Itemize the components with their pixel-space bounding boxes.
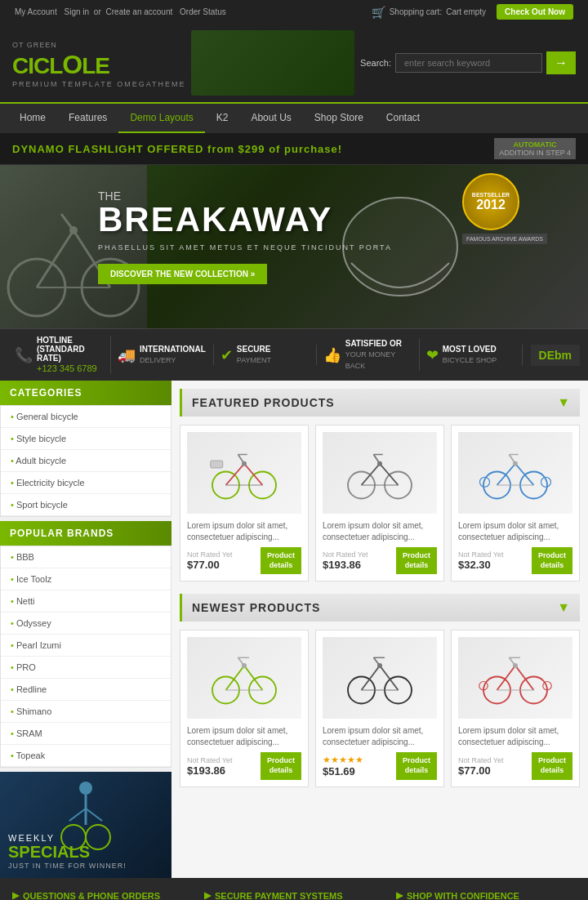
nav-item-features[interactable]: Features: [57, 104, 118, 133]
brand-odyssey[interactable]: Odyssey: [1, 613, 171, 634]
sidebar-item-odyssey[interactable]: Odyssey: [1, 613, 171, 635]
newest-product-1-image: [187, 637, 301, 719]
nav-item-demo[interactable]: Demo Layouts: [118, 104, 204, 133]
sidebar-item-redline[interactable]: Redline: [1, 679, 171, 701]
brand-sram[interactable]: SRAM: [1, 723, 171, 744]
bottom-info: QUESTIONS & PHONE ORDERS 63739 street lo…: [0, 878, 588, 900]
featured-product-2-bottom: Not Rated Yet $193.86 Product details: [323, 547, 437, 574]
search-input[interactable]: [395, 53, 542, 73]
brand-pearl-izumi[interactable]: Pearl Izumi: [1, 635, 171, 656]
satisfied-title: SATISFIED OR: [345, 339, 412, 348]
nav-item-shop[interactable]: Shop Store: [303, 104, 375, 133]
featured-product-2-price: $193.86: [323, 559, 368, 571]
nav-link-k2[interactable]: K2: [205, 104, 240, 131]
award-text: FAMOUS ARCHIVE AWARDS: [462, 234, 547, 244]
featured-product-2-left: Not Rated Yet $193.86: [323, 550, 368, 571]
sidebar-item-general-bicycle[interactable]: General bicycle: [1, 406, 171, 428]
nav-item-about[interactable]: About Us: [239, 104, 302, 133]
category-adult[interactable]: Adult bicycle: [1, 450, 171, 471]
signin-link[interactable]: Sign in: [64, 7, 89, 16]
category-style[interactable]: Style bicycle: [1, 428, 171, 449]
nav-link-demo[interactable]: Demo Layouts: [118, 104, 204, 131]
featured-product-3-price: $32.30: [458, 559, 504, 571]
nav-link-contact[interactable]: Contact: [375, 104, 431, 131]
nav-item-contact[interactable]: Contact: [375, 104, 431, 133]
delivery-detail: DELIVERY: [140, 356, 176, 364]
sidebar-promo[interactable]: WEEKLY SPECIALS JUST IN TIME FOR WINNER!: [0, 772, 172, 878]
featured-product-3-details-button[interactable]: Product details: [532, 547, 572, 574]
satisfied-icon: 👍: [323, 346, 341, 364]
order-status-link[interactable]: Order Status: [180, 7, 226, 16]
category-sport[interactable]: Sport bicycle: [1, 494, 171, 515]
brand-topeak[interactable]: Topeak: [1, 745, 171, 766]
newest-product-3-details-button[interactable]: Product details: [532, 752, 572, 779]
nav-link-about[interactable]: About Us: [239, 104, 302, 131]
svg-line-60: [515, 666, 534, 690]
brand-bbb[interactable]: BBB: [1, 546, 171, 568]
search-button[interactable]: →: [546, 51, 576, 74]
featured-product-2-details-button[interactable]: Product details: [396, 547, 437, 574]
featured-section-header: FEATURED PRODUCTS ▼: [180, 389, 580, 417]
feature-loved: ❤ MOST LOVED BICYCLE SHOP: [420, 345, 523, 365]
category-general[interactable]: General bicycle: [1, 406, 171, 427]
featured-product-1-details-button[interactable]: Product details: [261, 547, 301, 574]
logo-top: OT GREEN: [12, 41, 57, 49]
header: OT GREEN CICLOLE PREMIUM TEMPLATE OMEGAT…: [0, 24, 588, 102]
brand-netti[interactable]: Netti: [1, 590, 171, 612]
sidebar-item-netti[interactable]: Netti: [1, 590, 171, 613]
sidebar-item-shimano[interactable]: Shimano: [1, 701, 171, 723]
create-account-link[interactable]: Create an account: [106, 7, 173, 16]
nav-item-k2[interactable]: K2: [205, 104, 240, 133]
brand-ice-toolz[interactable]: Ice Toolz: [1, 568, 171, 590]
details-label-n1: details: [270, 766, 293, 774]
sidebar-item-ice-toolz[interactable]: Ice Toolz: [1, 568, 171, 590]
feature-delivery-text: INTERNATIONAL DELIVERY: [140, 345, 206, 365]
sidebar-item-bbb[interactable]: BBB: [1, 546, 171, 568]
logo[interactable]: OT GREEN CICLOLE PREMIUM TEMPLATE OMEGAT…: [12, 38, 186, 88]
search-bar: Search: →: [360, 51, 576, 74]
delivery-icon: 🚚: [118, 346, 136, 364]
payment-title: SECURE: [237, 345, 271, 354]
nav-item-home[interactable]: Home: [8, 104, 57, 133]
sidebar-item-adult-bicycle[interactable]: Adult bicycle: [1, 450, 171, 472]
category-electricity[interactable]: Electricity bicycle: [1, 472, 171, 493]
nav-link-features[interactable]: Features: [57, 104, 118, 131]
feature-hotline: 📞 HOTLINE (standard rate) +123 345 6789: [8, 336, 111, 374]
svg-point-38: [513, 461, 518, 466]
newest-product-3-desc: Lorem ipsum dolor sit amet, consectetuer…: [458, 725, 572, 748]
svg-line-26: [380, 464, 399, 485]
sidebar-item-electricity-bicycle[interactable]: Electricity bicycle: [1, 472, 171, 494]
svg-line-59: [497, 666, 516, 690]
sidebar-promo-cyclist: [53, 776, 118, 841]
sidebar-item-sram[interactable]: SRAM: [1, 723, 171, 745]
sidebar-item-pearl-izumi[interactable]: Pearl Izumi: [1, 635, 171, 657]
brand-shimano[interactable]: Shimano: [1, 701, 171, 722]
header-right: Search: →: [360, 51, 576, 74]
svg-line-52: [380, 666, 399, 690]
brand-redline[interactable]: Redline: [1, 679, 171, 700]
header-promo-image: [191, 30, 354, 96]
newest-product-1-bottom: Not Rated Yet $193.86 Product details: [187, 752, 301, 779]
brand-pro[interactable]: PRO: [1, 657, 171, 678]
svg-point-7: [343, 198, 457, 296]
newest-product-1-details-button[interactable]: Product details: [261, 752, 301, 779]
featured-product-2-desc: Lorem ipsum dolor sit amet, consectetuer…: [323, 520, 437, 543]
sidebar-item-style-bicycle[interactable]: Style bicycle: [1, 428, 171, 450]
sidebar-item-sport-bicycle[interactable]: Sport bicycle: [1, 494, 171, 516]
nav-link-shop[interactable]: Shop Store: [303, 104, 375, 131]
svg-line-11: [86, 809, 102, 821]
sidebar-categories-list: General bicycle Style bicycle Adult bicy…: [0, 405, 172, 517]
newest-product-2-details-button[interactable]: Product details: [396, 752, 437, 779]
sidebar-item-pro[interactable]: PRO: [1, 657, 171, 679]
nav-link-home[interactable]: Home: [8, 104, 57, 131]
checkout-button[interactable]: Check Out Now: [497, 4, 573, 20]
newest-product-3-left: Not Rated Yet $77.00: [458, 756, 504, 777]
loved-title: MOST LOVED: [443, 345, 497, 354]
featured-product-1-left: Not Rated Yet $77.00: [187, 550, 233, 571]
feature-satisfied: 👍 SATISFIED OR YOUR MONEY BACK: [317, 339, 420, 371]
sidebar-item-topeak[interactable]: Topeak: [1, 745, 171, 767]
hero-cta-button[interactable]: DISCOVER THE NEW COLLECTION »: [98, 264, 267, 284]
info-questions: QUESTIONS & PHONE ORDERS 63739 street lo…: [12, 890, 192, 900]
featured-product-1-image: [187, 432, 301, 514]
my-account-link[interactable]: My Account: [15, 7, 57, 16]
